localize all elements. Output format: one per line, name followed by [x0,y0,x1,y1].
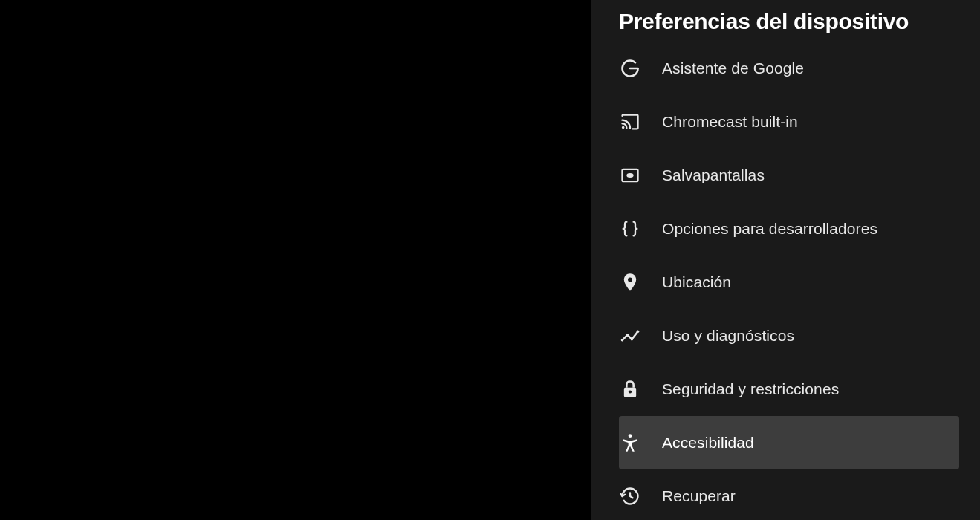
settings-panel: Preferencias del dispositivo Asistente d… [591,0,980,520]
svg-point-7 [637,330,640,333]
svg-point-3 [628,278,632,282]
menu-item-screensaver[interactable]: Salvapantallas [591,149,980,202]
menu-item-usage-diagnostics[interactable]: Uso y diagnósticos [591,309,980,363]
menu-item-label: Salvapantallas [662,166,765,184]
lock-icon [619,378,641,400]
restore-icon [619,485,641,507]
menu-item-google-assistant[interactable]: Asistente de Google [591,48,980,95]
menu-item-security[interactable]: Seguridad y restricciones [591,363,980,416]
accessibility-icon [619,432,641,454]
svg-point-6 [631,338,634,341]
panel-title: Preferencias del dispositivo [619,9,952,34]
menu-item-label: Ubicación [662,273,731,291]
menu-item-label: Accesibilidad [662,434,754,452]
panel-header: Preferencias del dispositivo [591,0,980,48]
svg-point-10 [629,434,632,438]
google-icon [619,57,641,79]
svg-point-9 [629,390,632,393]
location-icon [619,271,641,293]
menu-item-label: Asistente de Google [662,59,804,77]
menu-item-developer-options[interactable]: Opciones para desarrolladores [591,202,980,256]
braces-icon [619,218,641,240]
menu-item-accessibility[interactable]: Accesibilidad [619,416,959,469]
screensaver-icon [619,164,641,186]
svg-point-5 [626,334,629,337]
menu-item-label: Uso y diagnósticos [662,327,794,345]
menu-item-restore[interactable]: Recuperar [591,469,980,520]
menu-item-label: Recuperar [662,487,736,505]
menu-item-chromecast[interactable]: Chromecast built-in [591,95,980,149]
svg-point-4 [621,339,624,342]
menu-list: Asistente de Google Chromecast built-in [591,48,980,520]
content-area [0,0,591,520]
menu-item-location[interactable]: Ubicación [591,256,980,309]
menu-item-label: Seguridad y restricciones [662,380,839,398]
menu-item-label: Chromecast built-in [662,113,798,131]
svg-point-0 [622,126,625,129]
cast-icon [619,111,641,133]
chart-icon [619,325,641,347]
svg-point-2 [626,173,633,178]
menu-item-label: Opciones para desarrolladores [662,220,877,238]
